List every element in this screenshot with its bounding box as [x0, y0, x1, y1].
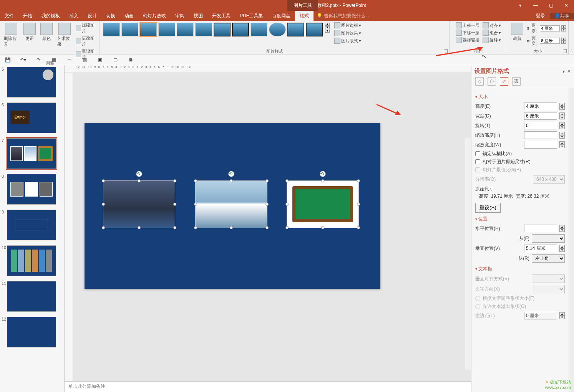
- image-2[interactable]: ⟲: [195, 180, 267, 228]
- pane-scalew-input[interactable]: [524, 141, 557, 149]
- styles-dialog-launcher[interactable]: [444, 49, 448, 53]
- tab-transitions[interactable]: 切换: [101, 11, 120, 21]
- qat-btn-8[interactable]: ▢: [111, 56, 119, 64]
- effects-tab-icon[interactable]: ⬠: [488, 77, 496, 86]
- artistic-effects-button[interactable]: 艺术效果: [56, 22, 74, 48]
- minimize-button[interactable]: —: [528, 0, 543, 11]
- ribbon-options-icon[interactable]: ▾: [513, 0, 528, 11]
- pos-v-input[interactable]: [524, 245, 557, 252]
- reset-picture-button[interactable]: 重设图片: [75, 48, 97, 60]
- section-size[interactable]: 大小: [475, 94, 565, 100]
- style-1[interactable]: [103, 23, 120, 36]
- section-textbox[interactable]: 文本框: [475, 266, 565, 272]
- rotate-handle-icon[interactable]: ⟲: [320, 171, 326, 177]
- picture-styles-gallery[interactable]: ▲ ▼ ▾: [102, 22, 330, 37]
- notes-pane[interactable]: 单击此处添加备注: [65, 381, 471, 392]
- color-button[interactable]: 颜色: [39, 22, 54, 42]
- thumb-7[interactable]: 7: [2, 138, 63, 170]
- pane-scrollbar[interactable]: [569, 88, 574, 392]
- pane-width-input[interactable]: [524, 112, 557, 120]
- thumb-8[interactable]: 8: [2, 174, 63, 206]
- pane-height-input[interactable]: [524, 103, 557, 110]
- pane-rotation-input[interactable]: [524, 122, 557, 129]
- tab-design[interactable]: 设计: [83, 11, 101, 21]
- slide-thumbnails[interactable]: 5 6E=mc² 7 8 9 10 11 12: [0, 65, 65, 392]
- style-3[interactable]: [140, 23, 157, 36]
- picture-border-button[interactable]: 图片边框▾: [333, 22, 362, 29]
- thumb-6[interactable]: 6E=mc²: [2, 103, 63, 134]
- thumb-9[interactable]: 9: [2, 210, 63, 241]
- style-10[interactable]: [269, 23, 286, 36]
- send-backward-button[interactable]: 下移一层: [455, 29, 480, 36]
- crop-button[interactable]: 裁剪: [509, 22, 525, 42]
- gallery-scroll-down[interactable]: ▼: [325, 26, 330, 29]
- style-9[interactable]: [251, 23, 267, 36]
- print-icon[interactable]: 🖶: [127, 56, 134, 64]
- gallery-expand[interactable]: ▾: [325, 30, 330, 33]
- from-h-select[interactable]: [532, 234, 565, 243]
- rotate-button[interactable]: 旋转▾: [482, 36, 502, 43]
- corrections-button[interactable]: 更正: [22, 22, 37, 42]
- tab-baidunetdisk[interactable]: 百度网盘: [267, 11, 295, 21]
- tab-view[interactable]: 视图: [189, 11, 207, 21]
- change-picture-button[interactable]: 更改图片: [75, 35, 97, 47]
- remove-background-button[interactable]: 删除背景: [2, 22, 20, 48]
- style-2[interactable]: [121, 23, 138, 36]
- style-7[interactable]: [214, 23, 231, 36]
- section-position[interactable]: 位置: [475, 216, 565, 222]
- bring-forward-button[interactable]: 上移一层: [455, 22, 480, 29]
- thumb-10[interactable]: 10: [2, 245, 63, 277]
- style-11[interactable]: [287, 23, 304, 36]
- ribbon-width-input[interactable]: [540, 38, 560, 44]
- tab-format[interactable]: 格式: [295, 11, 314, 21]
- style-4[interactable]: [158, 23, 175, 36]
- style-6[interactable]: [195, 23, 212, 36]
- tellme-input[interactable]: 💡告诉我您想要做什么...: [314, 11, 372, 21]
- close-button[interactable]: ✕: [559, 0, 574, 11]
- login-button[interactable]: 登录: [531, 13, 550, 19]
- size-tab-icon[interactable]: ⤢: [500, 77, 508, 86]
- rotate-handle-icon[interactable]: ⟲: [136, 171, 142, 177]
- pos-h-input[interactable]: [524, 225, 557, 232]
- image-3[interactable]: ⟲: [287, 180, 359, 228]
- rotate-handle-icon[interactable]: ⟲: [228, 171, 234, 177]
- slide-canvas[interactable]: ⟲ ⟲ ⟲: [85, 123, 380, 289]
- image-1[interactable]: ⟲: [103, 180, 175, 228]
- picture-layout-button[interactable]: 图片版式▾: [333, 37, 362, 44]
- tab-developer[interactable]: 开发工具: [207, 11, 235, 21]
- tab-home[interactable]: 开始: [18, 11, 37, 21]
- tab-insert[interactable]: 插入: [65, 11, 83, 21]
- ribbon-height-input[interactable]: [540, 25, 560, 31]
- group-button[interactable]: 组合▾: [482, 29, 502, 36]
- style-5[interactable]: [177, 23, 194, 36]
- selection-pane-button[interactable]: 选择窗格: [455, 36, 480, 43]
- pane-scaleh-input[interactable]: [524, 131, 557, 139]
- pane-task-menu-icon[interactable]: ▾: [562, 69, 565, 74]
- reset-size-button[interactable]: 重设(S): [475, 203, 501, 213]
- picture-tab-icon[interactable]: 🖼: [512, 77, 521, 86]
- style-12[interactable]: [306, 23, 323, 36]
- align-button[interactable]: 对齐▾: [482, 22, 502, 29]
- width-down[interactable]: ▼: [561, 41, 566, 44]
- style-8[interactable]: [232, 23, 249, 36]
- relative-original-checkbox[interactable]: [475, 159, 480, 164]
- pane-close-icon[interactable]: ✕: [567, 69, 571, 74]
- tab-pdftools[interactable]: PDF工具集: [235, 11, 267, 21]
- tab-file[interactable]: 文件: [0, 11, 18, 21]
- thumb-12[interactable]: 12: [2, 317, 63, 349]
- lock-aspect-checkbox[interactable]: [475, 151, 480, 156]
- tab-review[interactable]: 审阅: [171, 11, 189, 21]
- tab-mytemplates[interactable]: 我的模板: [37, 11, 65, 21]
- fill-tab-icon[interactable]: ◇: [475, 77, 484, 86]
- share-button[interactable]: 👤 共享: [550, 13, 574, 19]
- maximize-button[interactable]: ▢: [543, 0, 559, 11]
- compress-picture-button[interactable]: 压缩图片: [75, 22, 97, 34]
- vertical-scrollbar[interactable]: [465, 138, 471, 370]
- size-dialog-launcher[interactable]: [563, 49, 567, 53]
- thumb-11[interactable]: 11: [2, 281, 63, 313]
- picture-effects-button[interactable]: 图片效果▾: [333, 30, 362, 36]
- thumb-5[interactable]: 5: [2, 67, 63, 99]
- tab-slideshow[interactable]: 幻灯片放映: [138, 11, 171, 21]
- gallery-scroll-up[interactable]: ▲: [325, 23, 330, 26]
- collapse-ribbon-icon[interactable]: ^: [569, 21, 574, 54]
